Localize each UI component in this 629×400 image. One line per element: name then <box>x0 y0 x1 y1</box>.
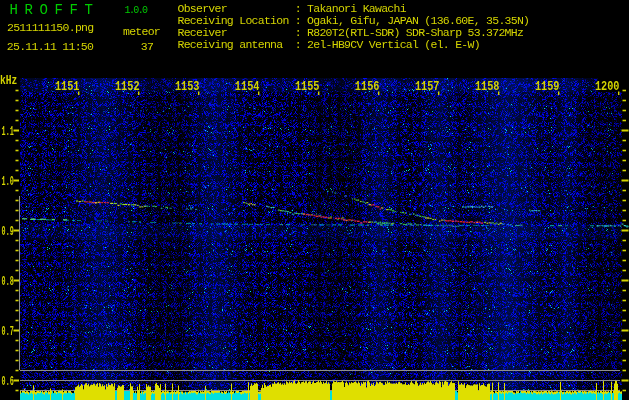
svg-text:1158: 1158 <box>475 79 500 95</box>
svg-text:1.0.0: 1.0.0 <box>125 5 149 16</box>
svg-text:2511111150.png: 2511111150.png <box>7 21 93 34</box>
svg-text:meteor: meteor <box>123 25 160 38</box>
svg-text:1151: 1151 <box>55 79 80 95</box>
svg-text:1156: 1156 <box>355 79 380 95</box>
svg-text:1.1: 1.1 <box>2 123 14 138</box>
svg-text:1152: 1152 <box>115 79 140 95</box>
svg-text:1155: 1155 <box>295 79 320 95</box>
svg-text:37: 37 <box>141 40 153 53</box>
svg-text:0.9: 0.9 <box>2 223 14 238</box>
svg-text:0.8: 0.8 <box>2 273 14 288</box>
svg-text:1153: 1153 <box>175 79 200 95</box>
svg-text:1154: 1154 <box>235 79 260 95</box>
svg-text:25.11.11 11:50: 25.11.11 11:50 <box>7 40 94 53</box>
svg-text:1200: 1200 <box>595 79 620 95</box>
svg-text:1157: 1157 <box>415 79 440 95</box>
svg-text:1.0: 1.0 <box>2 173 14 188</box>
svg-text:0.6: 0.6 <box>2 373 14 388</box>
svg-text:H R O F F T: H R O F F T <box>10 2 93 18</box>
svg-text:0.7: 0.7 <box>2 323 14 338</box>
svg-text:kHz: kHz <box>0 75 17 88</box>
svg-text:Receiving antenna : 2el-HB9CV: Receiving antenna : 2el-HB9CV Vertical (… <box>178 38 480 51</box>
svg-text:1159: 1159 <box>535 79 560 95</box>
